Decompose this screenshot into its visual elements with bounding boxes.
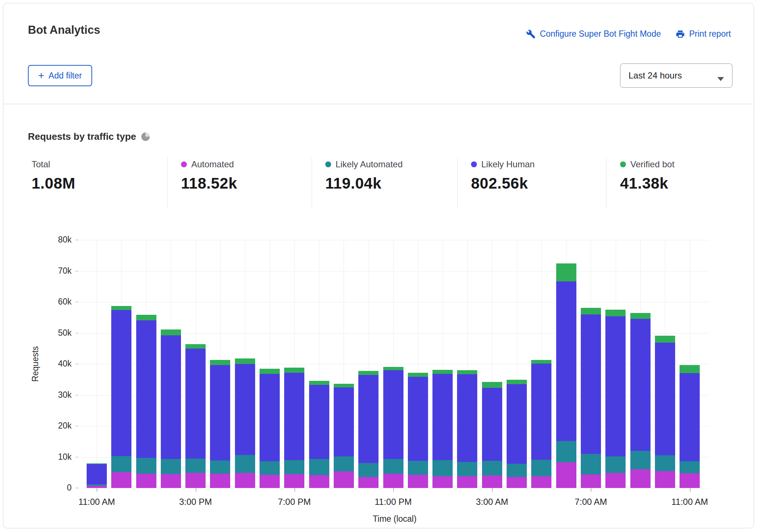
stacked-bar-4pm[interactable] bbox=[210, 360, 230, 488]
bar-segment-likely-automated bbox=[161, 459, 181, 474]
y-axis-title: Requests bbox=[30, 346, 40, 382]
bar-segment-automated bbox=[334, 471, 354, 488]
stacked-bar-7am[interactable] bbox=[581, 308, 601, 488]
bar-segment-automated bbox=[185, 473, 206, 488]
bar-segment-verified-bot bbox=[210, 360, 230, 365]
x-axis-tick bbox=[196, 488, 196, 492]
stacked-bar-2am[interactable] bbox=[457, 370, 477, 488]
bar-segment-likely-automated bbox=[581, 454, 601, 474]
bar-segment-verified-bot bbox=[383, 367, 403, 370]
y-axis-tick bbox=[75, 426, 79, 426]
bar-segment-likely-automated bbox=[482, 461, 502, 476]
bar-segment-automated bbox=[655, 471, 675, 488]
stacked-bar-3am[interactable] bbox=[482, 382, 502, 488]
bar-segment-automated bbox=[136, 474, 156, 488]
bar-segment-verified-bot bbox=[334, 384, 354, 387]
bar-segment-automated bbox=[260, 475, 280, 488]
bar-segment-verified-bot bbox=[605, 310, 626, 316]
bar-segment-likely-human bbox=[457, 374, 477, 462]
bar-segment-verified-bot bbox=[284, 368, 304, 373]
stacked-bar-10am[interactable] bbox=[655, 336, 675, 488]
stacked-bar-10pm[interactable] bbox=[358, 371, 378, 488]
bar-segment-verified-bot bbox=[358, 371, 378, 375]
y-gridline bbox=[80, 488, 709, 488]
stacked-bar-2pm[interactable] bbox=[161, 329, 181, 488]
bot-analytics-card: Bot Analytics Configure Super Bot Fight … bbox=[3, 3, 754, 528]
stacked-bar-8pm[interactable] bbox=[309, 381, 329, 488]
bar-segment-verified-bot bbox=[309, 381, 329, 385]
bar-segment-automated bbox=[408, 475, 428, 488]
y-axis-tick bbox=[75, 333, 79, 334]
x-axis-tick bbox=[97, 488, 97, 492]
stacked-bar-5pm[interactable] bbox=[235, 358, 255, 488]
bar-segment-likely-human bbox=[556, 281, 576, 441]
y-axis-label: 80k bbox=[31, 235, 72, 245]
bar-segment-likely-human bbox=[235, 364, 255, 455]
bar-segment-automated bbox=[284, 474, 304, 488]
y-axis-tick bbox=[75, 457, 79, 458]
x-axis-label: 11:00 AM bbox=[64, 497, 130, 507]
bar-segment-likely-human bbox=[482, 388, 502, 461]
bar-segment-likely-human bbox=[581, 314, 601, 454]
bar-segment-likely-automated bbox=[408, 461, 428, 475]
y-axis-tick bbox=[75, 364, 79, 364]
bar-segment-likely-automated bbox=[235, 455, 255, 473]
bar-segment-likely-human bbox=[111, 310, 131, 456]
bar-segment-likely-automated bbox=[432, 460, 453, 476]
bar-segment-likely-automated bbox=[556, 441, 576, 462]
stacked-bar-1pm[interactable] bbox=[136, 315, 156, 488]
stacked-bar-3pm[interactable] bbox=[185, 344, 206, 488]
x-gridline bbox=[97, 240, 97, 488]
y-axis-label: 70k bbox=[31, 266, 72, 276]
bar-segment-likely-automated bbox=[457, 462, 477, 476]
bar-segment-automated bbox=[111, 472, 131, 488]
bar-segment-verified-bot bbox=[185, 344, 206, 349]
x-axis-tick bbox=[393, 488, 394, 492]
x-axis-label: 3:00 AM bbox=[459, 497, 525, 507]
y-gridline bbox=[80, 271, 709, 272]
x-axis-label: 7:00 PM bbox=[261, 497, 327, 507]
stacked-bar-11pm[interactable] bbox=[383, 367, 403, 488]
bar-segment-likely-human bbox=[680, 373, 700, 462]
stacked-bar-11am[interactable] bbox=[680, 365, 700, 488]
bar-segment-automated bbox=[161, 474, 181, 488]
requests-by-traffic-type-chart: 010k20k30k40k50k60k70k80k11:00 AM3:00 PM… bbox=[3, 3, 754, 528]
x-axis-label: 11:00 PM bbox=[360, 497, 426, 507]
y-axis-label: 60k bbox=[31, 297, 72, 307]
bar-segment-verified-bot bbox=[408, 373, 428, 377]
bar-segment-likely-automated bbox=[605, 456, 626, 473]
stacked-bar-5am[interactable] bbox=[531, 360, 551, 488]
bar-segment-verified-bot bbox=[111, 306, 131, 310]
bar-segment-automated bbox=[581, 474, 601, 488]
stacked-bar-9am[interactable] bbox=[630, 313, 651, 488]
stacked-bar-12am[interactable] bbox=[408, 373, 428, 488]
bar-segment-automated bbox=[605, 473, 626, 488]
stacked-bar-11am[interactable] bbox=[87, 463, 107, 488]
stacked-bar-7pm[interactable] bbox=[284, 368, 304, 488]
stacked-bar-9pm[interactable] bbox=[334, 384, 354, 488]
stacked-bar-6am[interactable] bbox=[556, 263, 576, 488]
bar-segment-likely-automated bbox=[531, 460, 551, 476]
stacked-bar-1am[interactable] bbox=[432, 370, 453, 488]
x-axis-tick bbox=[591, 488, 591, 492]
x-axis-label: 7:00 AM bbox=[558, 497, 624, 507]
bar-segment-verified-bot bbox=[630, 313, 651, 319]
bar-segment-likely-human bbox=[260, 374, 280, 461]
stacked-bar-8am[interactable] bbox=[605, 310, 626, 488]
bar-segment-likely-human bbox=[630, 319, 651, 451]
bar-segment-verified-bot bbox=[161, 329, 181, 335]
y-axis-tick bbox=[75, 488, 79, 488]
bar-segment-automated bbox=[309, 475, 329, 488]
bar-segment-likely-human bbox=[284, 373, 304, 460]
y-axis-tick bbox=[75, 271, 79, 272]
bar-segment-likely-automated bbox=[309, 459, 329, 475]
bar-segment-automated bbox=[531, 476, 551, 488]
bar-segment-likely-automated bbox=[507, 464, 527, 477]
bar-segment-likely-human bbox=[383, 370, 403, 459]
stacked-bar-12pm[interactable] bbox=[111, 306, 131, 488]
bar-segment-likely-automated bbox=[136, 458, 156, 474]
stacked-bar-4am[interactable] bbox=[507, 380, 527, 488]
x-axis-tick bbox=[690, 488, 691, 492]
stacked-bar-6pm[interactable] bbox=[260, 369, 280, 488]
bar-segment-likely-automated bbox=[358, 463, 378, 477]
